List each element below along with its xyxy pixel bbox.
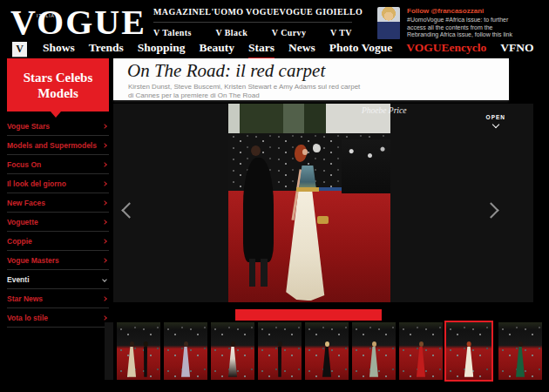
sidebar-item-label: New Faces bbox=[7, 199, 45, 207]
sidebar-item-label: Focus On bbox=[7, 160, 41, 169]
main-nav: V ShowsTrendsShoppingBeautyStarsNewsPhot… bbox=[0, 39, 549, 58]
figure-dress bbox=[512, 347, 528, 377]
sidebar-item-eventi[interactable]: Eventi bbox=[7, 270, 109, 289]
sidebar-item-label: Vogue Stars bbox=[7, 122, 50, 131]
nav-item-vogueencyclo[interactable]: VOGUEencyclo bbox=[406, 39, 486, 59]
sidebar-item-label: Vogue Masters bbox=[7, 256, 59, 265]
thumbnail-figure bbox=[366, 341, 382, 377]
sidebar-item-voguette[interactable]: Voguette bbox=[7, 213, 109, 232]
sidebar-item-vogue-stars[interactable]: Vogue Stars bbox=[7, 117, 109, 136]
tweet-line: #UomoVogue #Africa issue: to further bbox=[407, 17, 549, 24]
thumbnail-figure bbox=[142, 341, 150, 377]
figure-dress bbox=[366, 347, 382, 377]
figure-dress bbox=[461, 347, 478, 377]
article-header: On The Road: il red carpet Kirsten Dunst… bbox=[113, 58, 509, 100]
thumbnail-white-gown-phoebe-price[interactable] bbox=[444, 321, 493, 382]
article-subtitle: Kirsten Dunst, Steve Buscemi, Kristen St… bbox=[128, 83, 360, 99]
thumbnail-black-suit[interactable] bbox=[258, 322, 302, 380]
sidebar-item-label: Coppie bbox=[7, 237, 32, 246]
nav-v-badge[interactable]: V bbox=[12, 42, 27, 57]
chevron-right-icon bbox=[102, 315, 107, 321]
thumbnail-partial[interactable] bbox=[105, 322, 113, 380]
nav-item-trends[interactable]: Trends bbox=[89, 39, 124, 59]
menu-item-v-tv[interactable]: V TV bbox=[330, 28, 352, 37]
vogue-logo[interactable]: VOGUE bbox=[10, 2, 146, 43]
figure-head bbox=[467, 341, 471, 347]
chevron-right-icon bbox=[102, 162, 107, 167]
thumbnail-figure bbox=[124, 341, 139, 377]
chevron-right-icon bbox=[102, 181, 107, 186]
thumbnail-figure bbox=[178, 341, 193, 377]
figure-head bbox=[184, 341, 188, 347]
sidebar-item-label: Voguette bbox=[7, 218, 38, 226]
nav-item-photo-vogue[interactable]: Photo Vogue bbox=[329, 39, 392, 59]
section-title-line1: Stars Celebs bbox=[7, 70, 109, 85]
main-photo-phoebe-price[interactable] bbox=[228, 104, 390, 302]
nav-item-shows[interactable]: Shows bbox=[43, 39, 75, 59]
sidebar-item-label: Eventi bbox=[7, 275, 30, 284]
thumbnail-lavender-gown[interactable] bbox=[164, 322, 207, 380]
open-button[interactable]: OPEN bbox=[486, 114, 505, 127]
article-subtitle-line1: Kirsten Dunst, Steve Buscemi, Kristen St… bbox=[128, 83, 360, 91]
thumbnail-strip bbox=[0, 321, 549, 383]
figure-dress bbox=[225, 347, 241, 377]
sidebar-item-focus-on[interactable]: Focus On bbox=[7, 155, 109, 174]
nav-item-news[interactable]: News bbox=[288, 39, 315, 59]
figure-dress bbox=[413, 347, 429, 377]
nav-item-stars[interactable]: Stars bbox=[248, 39, 274, 59]
menu-item-v-black[interactable]: V Black bbox=[215, 28, 247, 37]
menu-item-vogue-gioiello[interactable]: VOGUE GIOIELLO bbox=[280, 7, 363, 17]
figure-dress bbox=[319, 347, 335, 377]
thumbnail-white-black-ombre-gown[interactable] bbox=[211, 322, 254, 380]
chevron-down-icon bbox=[102, 277, 107, 282]
figure-head bbox=[278, 341, 282, 347]
thumbnail-silver-green-gown[interactable] bbox=[352, 322, 396, 380]
chevron-right-icon bbox=[102, 200, 107, 206]
sidebar-item-models-and-supermodels[interactable]: Models and Supermodels bbox=[7, 136, 109, 155]
figure-dress bbox=[142, 347, 150, 377]
thumbnail-emerald-gown[interactable] bbox=[498, 322, 542, 380]
photo-woman-in-black bbox=[243, 158, 274, 263]
menu-divider bbox=[153, 22, 352, 23]
nav-item-vfno[interactable]: VFNO bbox=[500, 39, 533, 59]
figure-head bbox=[231, 341, 235, 347]
section-title-box: Stars Celebs Models bbox=[7, 58, 109, 112]
sidebar-item-il-look-del-giorno[interactable]: Il look del giorno bbox=[7, 174, 109, 193]
gallery-panel: Phoebe Price OPEN bbox=[113, 104, 533, 302]
figure-head bbox=[325, 341, 329, 347]
top-menu: MAGAZINEL'UOMO VOGUEVOGUE GIOIELLO V Tal… bbox=[153, 7, 352, 37]
thumbnail-figure bbox=[461, 341, 478, 377]
photo-photographers bbox=[342, 139, 390, 193]
nav-items: ShowsTrendsShoppingBeautyStarsNewsPhoto … bbox=[36, 39, 540, 59]
thumbnail-black-dress-blonde[interactable] bbox=[305, 322, 349, 380]
figure-head bbox=[518, 341, 523, 347]
thumbnail-red-gown[interactable] bbox=[399, 322, 443, 380]
thumbnail-figure bbox=[319, 341, 335, 377]
menu-item-magazine[interactable]: MAGAZINE bbox=[153, 7, 205, 17]
open-button-label: OPEN bbox=[486, 114, 505, 120]
sidebar-item-coppie[interactable]: Coppie bbox=[7, 232, 109, 251]
menu-item-v-curvy[interactable]: V Curvy bbox=[272, 28, 307, 37]
previous-photo-arrow-icon[interactable] bbox=[121, 202, 137, 218]
twitter-avatar[interactable] bbox=[377, 7, 400, 40]
sidebar-item-new-faces[interactable]: New Faces bbox=[7, 193, 109, 213]
photo-caption: Phoebe Price bbox=[362, 106, 406, 115]
nav-item-beauty[interactable]: Beauty bbox=[200, 39, 235, 59]
photo-woman-in-black-legs bbox=[249, 259, 267, 287]
menu-item-v-talents[interactable]: V Talents bbox=[153, 28, 192, 37]
menu-item-l-uomo-vogue[interactable]: L'UOMO VOGUE bbox=[205, 7, 279, 17]
section-title-line2: Models bbox=[7, 85, 109, 101]
page-title: On The Road: il red carpet bbox=[127, 60, 325, 82]
thumbnail-couple-beige-gown[interactable] bbox=[117, 322, 160, 380]
figure-head bbox=[372, 341, 376, 347]
next-photo-arrow-icon[interactable] bbox=[483, 202, 498, 218]
gallery-indicator-bar bbox=[235, 309, 382, 321]
sidebar-item-vogue-masters[interactable]: Vogue Masters bbox=[7, 251, 109, 270]
twitter-follow-link[interactable]: Follow @francasozzani bbox=[407, 7, 549, 15]
tweet-line: access all the contents from the bbox=[407, 24, 549, 32]
sidebar-item-star-news[interactable]: Star News bbox=[7, 289, 109, 308]
chevron-right-icon bbox=[102, 239, 107, 244]
sidebar-item-label: Star News bbox=[7, 294, 43, 303]
figure-head bbox=[419, 341, 424, 347]
nav-item-shopping[interactable]: Shopping bbox=[138, 39, 186, 59]
